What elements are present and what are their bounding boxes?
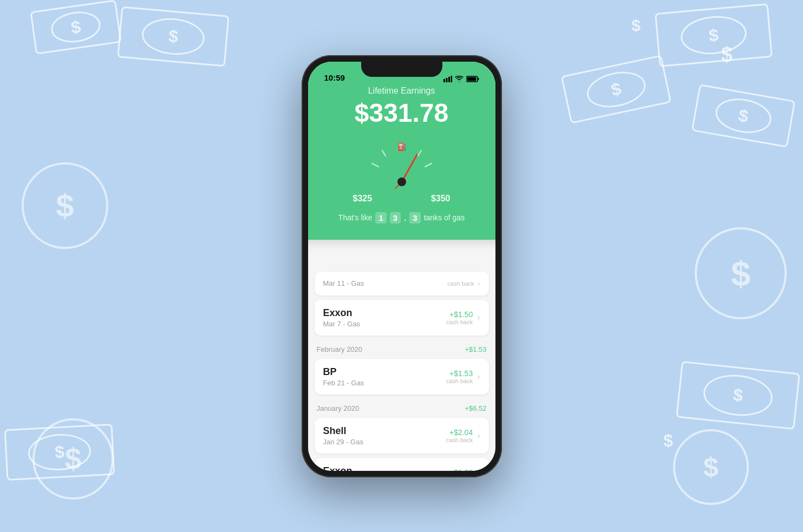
shell-jan-chevron-icon: ›	[477, 431, 480, 441]
svg-line-10	[418, 150, 421, 156]
exxon-jan-amount-wrap: +$1.62 cash back	[446, 468, 473, 471]
transactions-area: Mar 11 - Gas cash back › Exxon Mar 7 - G…	[308, 267, 495, 471]
phone-screen: 10:59	[308, 62, 495, 471]
tanks-suffix: tanks of gas	[424, 213, 465, 222]
shell-jan-cashback: cash back	[446, 437, 473, 443]
phone-notch	[361, 62, 442, 77]
shell-jan-left: Shell Jan 29 - Gas	[323, 425, 363, 446]
partial-card-right: cash back ›	[447, 279, 480, 288]
bp-feb-amount-wrap: +$1.53 cash back	[446, 369, 473, 384]
exxon-mar-amount-wrap: +$1.50 cash back	[446, 310, 473, 325]
shell-jan-amount-wrap: +$2.04 cash back	[446, 428, 473, 443]
exxon-mar-transaction-card[interactable]: Exxon Mar 7 - Gas +$1.50 cash back ›	[315, 300, 489, 336]
partial-cashback-label: cash back	[447, 280, 474, 287]
bp-feb-cashback: cash back	[446, 378, 473, 384]
svg-rect-1	[446, 78, 447, 82]
bp-feb-chevron-icon: ›	[477, 372, 480, 382]
bp-feb-date: Feb 21 - Gas	[323, 379, 364, 387]
earnings-card: Lifetime Earnings $331.78	[308, 62, 495, 240]
tank-digit-1: 1	[375, 212, 386, 224]
shell-jan-date: Jan 29 - Gas	[323, 438, 363, 446]
battery-icon	[466, 76, 479, 82]
exxon-mar-date: Mar 7 - Gas	[323, 320, 361, 328]
gauge-labels: $325 $350	[353, 194, 451, 203]
wifi-icon	[455, 76, 463, 82]
gauge-container: ⛽ $325 $350	[314, 139, 490, 203]
gauge-left-label: $325	[353, 194, 373, 203]
january-header: January 2020 +$6.52	[308, 399, 495, 416]
svg-line-11	[425, 163, 432, 167]
signal-icon	[443, 76, 452, 82]
bp-feb-right: +$1.53 cash back ›	[446, 369, 480, 384]
earnings-amount: $331.78	[314, 98, 490, 128]
exxon-jan-right: +$1.62 cash back ›	[446, 468, 480, 471]
tank-dot: .	[404, 213, 406, 222]
january-month-total: +$6.52	[465, 404, 486, 412]
gauge-right-label: $350	[431, 194, 451, 203]
svg-line-9	[372, 163, 378, 167]
shell-jan-right: +$2.04 cash back ›	[446, 428, 480, 443]
status-icons	[443, 76, 485, 82]
exxon-mar-name: Exxon	[323, 307, 361, 319]
svg-line-8	[382, 150, 386, 156]
exxon-jan-amount: +$1.62	[446, 468, 473, 471]
february-month-name: February 2020	[317, 345, 363, 353]
exxon-jan-name: Exxon	[323, 465, 363, 471]
svg-rect-2	[448, 77, 450, 82]
svg-rect-5	[467, 77, 476, 81]
tank-digit-3: 3	[390, 212, 401, 224]
svg-line-12	[402, 155, 417, 182]
partial-card-date: Mar 11 - Gas	[323, 279, 364, 287]
partial-chevron-icon: ›	[478, 279, 480, 288]
partial-transaction-card[interactable]: Mar 11 - Gas cash back ›	[315, 272, 489, 295]
exxon-mar-right: +$1.50 cash back ›	[446, 310, 480, 325]
shell-jan-amount: +$2.04	[446, 428, 473, 437]
exxon-jan-left: Exxon Jan 19 - Gas	[323, 465, 363, 471]
february-header: February 2020 +$1.53	[308, 340, 495, 357]
status-time: 10:59	[319, 73, 345, 82]
svg-rect-0	[443, 79, 445, 82]
phone-container: 10:59	[302, 55, 502, 477]
exxon-mar-chevron-icon: ›	[477, 313, 480, 323]
svg-point-14	[397, 178, 406, 186]
tank-digit-decimal: 3	[409, 212, 420, 224]
january-month-name: January 2020	[317, 404, 360, 412]
bp-feb-amount: +$1.53	[446, 369, 473, 378]
svg-rect-3	[451, 76, 452, 82]
bp-feb-transaction-card[interactable]: BP Feb 21 - Gas +$1.53 cash back ›	[315, 359, 489, 395]
exxon-mar-amount: +$1.50	[446, 310, 473, 319]
phone-frame: 10:59	[302, 55, 502, 477]
exxon-mar-cashback: cash back	[446, 319, 473, 325]
shell-jan-transaction-card[interactable]: Shell Jan 29 - Gas +$2.04 cash back ›	[315, 418, 489, 454]
tanks-prefix: That's like	[338, 213, 373, 222]
exxon-mar-left: Exxon Mar 7 - Gas	[323, 307, 361, 328]
gauge-svg: ⛽	[358, 139, 445, 193]
exxon-jan-transaction-card[interactable]: Exxon Jan 19 - Gas +$1.62 cash back ›	[315, 458, 489, 471]
svg-text:⛽: ⛽	[397, 142, 407, 152]
bp-feb-left: BP Feb 21 - Gas	[323, 366, 364, 387]
february-month-total: +$1.53	[465, 345, 486, 353]
earnings-label: Lifetime Earnings	[314, 86, 490, 96]
bp-feb-name: BP	[323, 366, 364, 378]
tanks-row: That's like 1 3 . 3 tanks of gas	[314, 212, 490, 224]
svg-rect-6	[478, 78, 479, 80]
shell-jan-name: Shell	[323, 425, 363, 437]
